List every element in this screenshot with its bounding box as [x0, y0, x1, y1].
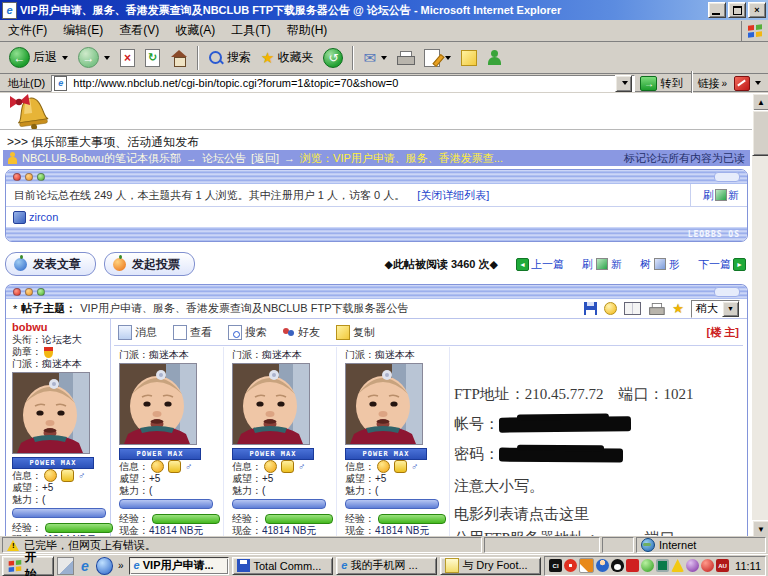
- search-button[interactable]: 搜索: [203, 46, 256, 69]
- male-icon: ♂: [298, 461, 306, 473]
- refresh-topic-link[interactable]: 刷新: [582, 257, 622, 272]
- messenger-button[interactable]: [482, 47, 506, 69]
- font-size-select[interactable]: 稍大 ▼: [691, 300, 740, 318]
- search-icon: [208, 50, 224, 66]
- menu-view[interactable]: 查看(V): [111, 20, 167, 41]
- tree-mode-link[interactable]: 树形: [640, 257, 680, 272]
- copy-button[interactable]: 复制: [336, 325, 375, 340]
- address-url[interactable]: http://www.nbclub.net/cgi-bin/topic.cgi?…: [73, 77, 612, 89]
- vertical-scrollbar[interactable]: ▲ ▼: [752, 93, 768, 536]
- minimize-button[interactable]: [708, 2, 726, 18]
- addon-button[interactable]: [729, 73, 766, 94]
- announcement-text: >>> 俱乐部重大事项、活动通知发布: [7, 134, 199, 151]
- go-icon: →: [640, 76, 657, 91]
- favorite-topic-icon[interactable]: ★: [672, 302, 684, 315]
- tray-red-icon[interactable]: [626, 559, 639, 572]
- scroll-up-button[interactable]: ▲: [752, 93, 768, 111]
- save-topic-icon[interactable]: [584, 302, 597, 315]
- warning-icon: !: [7, 539, 20, 551]
- discuss-button[interactable]: [456, 47, 482, 69]
- tray-person-icon[interactable]: [596, 559, 609, 572]
- menu-help[interactable]: 帮助(H): [279, 20, 336, 41]
- face-icon[interactable]: [394, 460, 407, 473]
- history-button[interactable]: ↺: [318, 45, 348, 71]
- refresh-link[interactable]: 刷新: [690, 184, 739, 206]
- forward-button[interactable]: →: [73, 44, 115, 71]
- mark-all-read-link[interactable]: 标记论坛所有内容为已读: [624, 151, 745, 166]
- face-icon[interactable]: [281, 460, 294, 473]
- task-total-commander[interactable]: Total Comm...: [232, 557, 333, 575]
- quicklaunch-outlook-icon[interactable]: [96, 557, 113, 575]
- face-icon[interactable]: [61, 469, 74, 482]
- tray-badge-icon[interactable]: [701, 559, 714, 572]
- breadcrumb-site[interactable]: NBCLUB-Bobwu的笔记本俱乐部: [22, 151, 181, 166]
- restore-button[interactable]: [728, 2, 746, 18]
- back-button[interactable]: ← 后退: [4, 44, 73, 71]
- tray-warning-icon[interactable]: [671, 559, 684, 572]
- print-topic-icon[interactable]: [650, 303, 664, 315]
- select-dropdown-icon[interactable]: ▼: [722, 301, 739, 317]
- search-posts-button[interactable]: 搜索: [228, 325, 267, 340]
- report-icon[interactable]: [604, 302, 617, 315]
- reading-mode-icon[interactable]: [624, 302, 641, 315]
- address-input[interactable]: e http://www.nbclub.net/cgi-bin/topic.cg…: [51, 75, 635, 92]
- add-friend-button[interactable]: 好友: [283, 325, 320, 340]
- new-poll-button[interactable]: 发起投票: [104, 252, 195, 276]
- task-dry-foot[interactable]: 与 Dry Foot...: [440, 557, 541, 575]
- scroll-down-button[interactable]: ▼: [752, 520, 768, 536]
- close-detail-list-link[interactable]: [关闭详细列表]: [417, 188, 489, 203]
- history-icon: ↺: [323, 48, 343, 68]
- menu-favorites[interactable]: 收藏(A): [167, 20, 223, 41]
- power-bar: POWER MAX: [119, 448, 201, 460]
- close-button[interactable]: ×: [748, 2, 766, 18]
- go-button[interactable]: → 转到: [635, 73, 687, 94]
- scroll-thumb[interactable]: [752, 110, 768, 156]
- quicklaunch-ie-icon[interactable]: e: [77, 558, 92, 574]
- new-post-button[interactable]: 发表文章: [5, 252, 96, 276]
- mail-dropdown-icon: [381, 56, 387, 60]
- smiley-icon[interactable]: [377, 460, 390, 473]
- author-name-link[interactable]: bobwu: [12, 321, 114, 334]
- view-profile-button[interactable]: 查看: [173, 325, 212, 340]
- stop-button[interactable]: ×: [115, 46, 140, 70]
- smiley-icon[interactable]: [151, 460, 164, 473]
- smiley-icon[interactable]: [264, 460, 277, 473]
- task-ie-vip[interactable]: e VIP用户申请...: [129, 557, 230, 575]
- tray-qq-icon[interactable]: [611, 559, 624, 572]
- tray-monitor-icon[interactable]: [656, 559, 669, 572]
- tray-pen-icon[interactable]: [579, 558, 594, 573]
- task-ie-mobile[interactable]: e 我的手机网 ...: [336, 557, 437, 575]
- menu-file[interactable]: 文件(F): [0, 20, 55, 41]
- tray-ball-icon[interactable]: [686, 559, 699, 572]
- leobbs-brand: LEOBBS OS: [688, 230, 740, 239]
- home-button[interactable]: [165, 47, 193, 69]
- links-chevron-icon[interactable]: »: [719, 78, 729, 89]
- face-icon[interactable]: [168, 460, 181, 473]
- movie-list-link[interactable]: 电影列表请点击这里: [454, 505, 589, 524]
- tray-ci-icon[interactable]: CI: [549, 559, 562, 572]
- breadcrumb-forum[interactable]: 论坛公告: [202, 151, 246, 166]
- menu-edit[interactable]: 编辑(E): [55, 20, 111, 41]
- prev-topic-link[interactable]: ◄ 上一篇: [516, 257, 564, 272]
- quicklaunch-desktop-icon[interactable]: [57, 557, 74, 575]
- mail-button[interactable]: ✉: [358, 47, 392, 68]
- refresh-mini-icon: [596, 258, 608, 270]
- tray-green-icon[interactable]: [641, 559, 654, 572]
- address-dropdown-button[interactable]: [615, 75, 632, 92]
- edit-button[interactable]: [419, 46, 456, 70]
- user-person-icon: [8, 152, 17, 164]
- quicklaunch-chevron-icon[interactable]: »: [116, 560, 126, 571]
- refresh-button[interactable]: ↻: [140, 46, 165, 70]
- online-user-link[interactable]: zircon: [29, 211, 58, 223]
- next-topic-link[interactable]: 下一篇 ►: [698, 257, 746, 272]
- start-button[interactable]: 开始: [2, 556, 54, 576]
- menu-tools[interactable]: 工具(T): [223, 20, 278, 41]
- breadcrumb-return-link[interactable]: [返回]: [251, 151, 279, 166]
- tray-flower-icon[interactable]: [564, 559, 577, 572]
- print-button[interactable]: [392, 48, 419, 68]
- links-label[interactable]: 链接: [697, 76, 719, 91]
- tray-au-icon[interactable]: AU: [716, 559, 729, 572]
- message-button[interactable]: 消息: [118, 325, 157, 340]
- favorites-button[interactable]: ★ 收藏夹: [256, 46, 318, 69]
- smiley-icon[interactable]: [44, 469, 57, 482]
